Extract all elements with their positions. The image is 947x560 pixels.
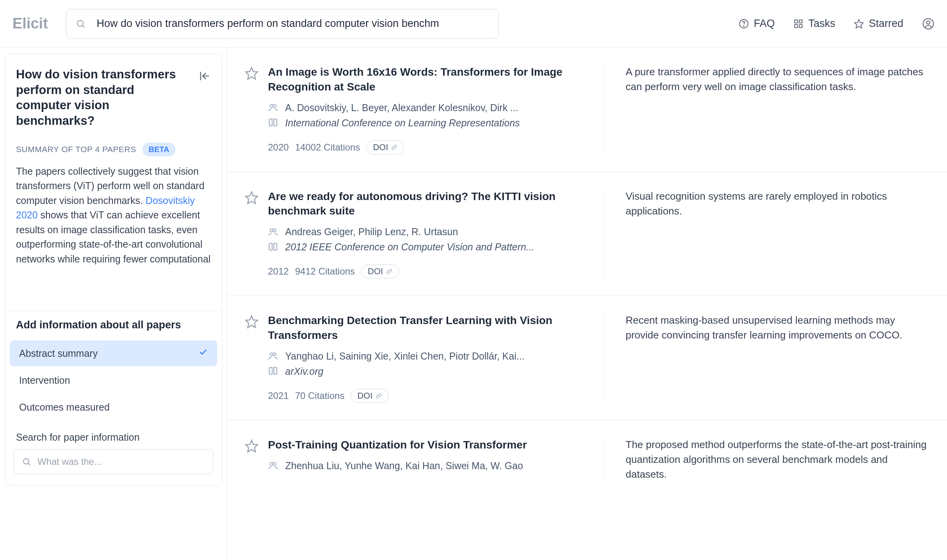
- search-input[interactable]: [97, 18, 489, 30]
- column-option-intervention[interactable]: Intervention: [10, 368, 217, 393]
- paper-authors: Yanghao Li, Saining Xie, Xinlei Chen, Pi…: [285, 351, 525, 362]
- paper-venue: arXiv.org: [285, 366, 323, 377]
- collapse-icon: [199, 70, 211, 82]
- abstract-summary: Recent masking-based unsupervised learni…: [603, 313, 947, 403]
- svg-point-26: [273, 463, 276, 466]
- svg-point-25: [270, 463, 273, 466]
- sidebar: How do vision transformers perform on st…: [0, 48, 227, 560]
- search-icon: [76, 19, 86, 29]
- column-option-abstract-summary[interactable]: Abstract summary: [10, 340, 217, 366]
- paper-citations: 70 Citations: [295, 390, 344, 401]
- star-icon[interactable]: [245, 315, 259, 329]
- doi-button[interactable]: DOI: [361, 264, 399, 278]
- tasks-link[interactable]: Tasks: [793, 18, 835, 30]
- svg-point-3: [744, 25, 745, 26]
- svg-point-20: [273, 229, 276, 232]
- columns-title: Add information about all papers: [10, 319, 217, 331]
- summary-text: The papers collectively suggest that vis…: [16, 164, 211, 267]
- column-option-label: Abstract summary: [19, 348, 98, 359]
- beta-badge: BETA: [142, 143, 176, 156]
- column-search-input[interactable]: [37, 456, 205, 467]
- abstract-summary: A pure transformer applied directly to s…: [603, 65, 947, 154]
- user-icon: [922, 18, 935, 30]
- doi-button[interactable]: DOI: [366, 140, 404, 154]
- svg-point-13: [23, 459, 29, 464]
- svg-marker-21: [246, 316, 257, 328]
- logo[interactable]: Elicit: [12, 15, 48, 32]
- search-icon: [22, 457, 31, 466]
- column-search-label: Search for paper information: [16, 432, 217, 443]
- grid-icon: [793, 19, 803, 29]
- book-icon: [268, 118, 278, 128]
- svg-rect-4: [795, 20, 798, 23]
- svg-point-19: [270, 229, 273, 232]
- paper-authors: Zhenhua Liu, Yunhe Wang, Kai Han, Siwei …: [285, 460, 523, 471]
- svg-marker-24: [246, 440, 257, 452]
- paper-year: 2021: [268, 390, 289, 401]
- paper-year: 2020: [268, 142, 289, 153]
- star-icon[interactable]: [245, 439, 259, 453]
- book-icon: [268, 366, 278, 376]
- book-icon: [268, 242, 278, 252]
- link-icon: [391, 144, 397, 151]
- column-option-label: Intervention: [19, 375, 70, 386]
- svg-point-16: [270, 105, 273, 108]
- paper-title[interactable]: Post-Training Quantization for Vision Tr…: [268, 438, 603, 452]
- svg-point-17: [273, 105, 276, 108]
- paper-venue: 2012 IEEE Conference on Computer Vision …: [285, 241, 534, 253]
- search-bar[interactable]: [66, 9, 499, 39]
- star-icon: [854, 19, 864, 29]
- column-option-outcomes-measured[interactable]: Outcomes measured: [10, 395, 217, 420]
- result-row: An Image is Worth 16x16 Words: Transform…: [227, 48, 947, 172]
- paper-venue: International Conference on Learning Rep…: [285, 117, 520, 129]
- paper-authors: Andreas Geiger, Philip Lenz, R. Urtasun: [285, 226, 458, 237]
- summary-card: How do vision transformers perform on st…: [5, 54, 222, 311]
- account-button[interactable]: [922, 18, 935, 30]
- doi-button[interactable]: DOI: [351, 389, 388, 403]
- summary-subheader: SUMMARY OF TOP 4 PAPERS: [16, 145, 136, 154]
- starred-label: Starred: [869, 18, 903, 30]
- question-title: How do vision transformers perform on st…: [16, 67, 191, 129]
- star-icon[interactable]: [245, 191, 259, 205]
- star-icon[interactable]: [245, 66, 259, 80]
- collapse-sidebar-button[interactable]: [199, 70, 211, 84]
- result-row: Benchmarking Detection Transfer Learning…: [227, 296, 947, 420]
- svg-point-0: [77, 20, 83, 26]
- authors-icon: [268, 461, 278, 471]
- paper-citations: 9412 Citations: [295, 266, 355, 277]
- result-row: Are we ready for autonomous driving? The…: [227, 172, 947, 296]
- column-option-label: Outcomes measured: [19, 402, 110, 413]
- paper-title[interactable]: An Image is Worth 16x16 Words: Transform…: [268, 65, 603, 94]
- paper-year: 2012: [268, 266, 289, 277]
- authors-icon: [268, 227, 278, 237]
- check-icon: [199, 347, 208, 359]
- link-icon: [386, 268, 392, 275]
- svg-point-22: [270, 353, 273, 356]
- paper-title[interactable]: Are we ready for autonomous driving? The…: [268, 189, 603, 219]
- result-row: Post-Training Quantization for Vision Tr…: [227, 420, 947, 499]
- link-icon: [376, 393, 382, 399]
- svg-point-10: [927, 21, 930, 24]
- svg-marker-18: [246, 192, 257, 204]
- authors-icon: [268, 103, 278, 113]
- svg-line-14: [28, 464, 30, 466]
- svg-rect-5: [800, 20, 803, 23]
- authors-icon: [268, 351, 278, 361]
- paper-title[interactable]: Benchmarking Detection Transfer Learning…: [268, 313, 603, 343]
- svg-rect-7: [800, 25, 803, 28]
- column-search[interactable]: [14, 449, 213, 474]
- results-list: An Image is Worth 16x16 Words: Transform…: [227, 48, 947, 560]
- columns-card: Add information about all papers Abstrac…: [5, 308, 222, 486]
- svg-line-1: [83, 25, 85, 27]
- faq-label: FAQ: [754, 18, 775, 30]
- svg-marker-8: [855, 19, 864, 28]
- svg-point-23: [273, 353, 276, 356]
- paper-citations: 14002 Citations: [295, 142, 360, 153]
- abstract-summary: Visual recognition systems are rarely em…: [603, 189, 947, 279]
- paper-authors: A. Dosovitskiy, L. Beyer, Alexander Kole…: [285, 102, 518, 113]
- svg-rect-6: [795, 25, 798, 28]
- svg-marker-15: [246, 67, 257, 79]
- faq-link[interactable]: FAQ: [739, 18, 775, 30]
- starred-link[interactable]: Starred: [854, 18, 903, 30]
- abstract-summary: The proposed method outperforms the stat…: [603, 438, 947, 482]
